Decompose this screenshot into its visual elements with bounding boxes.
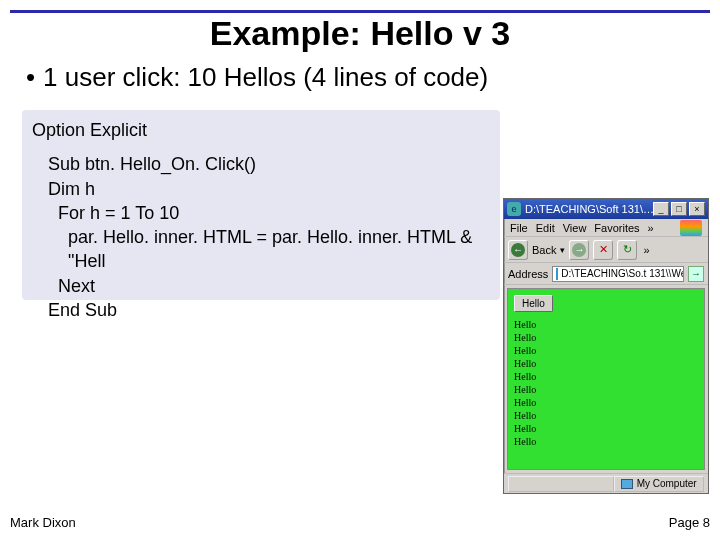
window-titlebar[interactable]: e D:\TEACHING\Soft 131\… _ □ × xyxy=(504,199,708,219)
minimize-button[interactable]: _ xyxy=(653,202,669,216)
output-line: Hello xyxy=(514,422,698,435)
output-line: Hello xyxy=(514,331,698,344)
output-line: Hello xyxy=(514,396,698,409)
browser-window: e D:\TEACHING\Soft 131\… _ □ × File Edit… xyxy=(503,198,709,494)
maximize-button[interactable]: □ xyxy=(671,202,687,216)
bullet-dot: • xyxy=(26,62,35,92)
code-block: Option Explicit Sub btn. Hello_On. Click… xyxy=(22,110,500,300)
ie-icon: e xyxy=(507,202,521,216)
close-button[interactable]: × xyxy=(689,202,705,216)
document-icon xyxy=(556,268,558,280)
title-rule xyxy=(10,10,710,13)
forward-button[interactable]: → xyxy=(569,240,589,260)
code-line: Sub btn. Hello_On. Click() xyxy=(48,152,490,176)
back-button[interactable]: ← xyxy=(508,240,528,260)
code-line: End Sub xyxy=(48,298,490,322)
code-line: Dim h xyxy=(48,177,490,201)
bullet-item: •1 user click: 10 Hellos (4 lines of cod… xyxy=(26,62,488,93)
window-title: D:\TEACHING\Soft 131\… xyxy=(525,203,653,215)
toolbar-more[interactable]: » xyxy=(643,244,649,256)
menu-more[interactable]: » xyxy=(648,222,654,234)
status-bar: My Computer xyxy=(504,473,708,493)
code-line: Option Explicit xyxy=(32,118,490,142)
address-label: Address xyxy=(508,268,548,280)
toolbar: ← Back ▾ → ✕ ↻ » xyxy=(504,237,708,263)
page-viewport: Hello Hello Hello Hello Hello Hello Hell… xyxy=(507,288,705,470)
computer-icon xyxy=(621,479,633,489)
back-chevron-icon[interactable]: ▾ xyxy=(560,245,565,255)
back-label[interactable]: Back xyxy=(532,244,556,256)
menu-bar: File Edit View Favorites » xyxy=(504,219,708,237)
output-line: Hello xyxy=(514,344,698,357)
code-line: For h = 1 To 10 xyxy=(58,201,490,225)
status-right: My Computer xyxy=(614,476,704,492)
menu-file[interactable]: File xyxy=(510,222,528,234)
output-line: Hello xyxy=(514,409,698,422)
refresh-button[interactable]: ↻ xyxy=(617,240,637,260)
menu-favorites[interactable]: Favorites xyxy=(594,222,639,234)
slide: Example: Hello v 3 •1 user click: 10 Hel… xyxy=(0,0,720,540)
hello-button[interactable]: Hello xyxy=(514,295,553,312)
code-line: Next xyxy=(58,274,490,298)
slide-title: Example: Hello v 3 xyxy=(0,14,720,53)
author-footer: Mark Dixon xyxy=(10,515,76,530)
address-input[interactable]: D:\TEACHING\So.t 131\\Week C xyxy=(552,266,684,282)
stop-button[interactable]: ✕ xyxy=(593,240,613,260)
address-bar: Address D:\TEACHING\So.t 131\\Week C → xyxy=(504,263,708,285)
output-line: Hello xyxy=(514,318,698,331)
windows-flag-icon xyxy=(680,220,702,236)
status-left xyxy=(508,476,614,492)
page-number: Page 8 xyxy=(669,515,710,530)
output-line: Hello xyxy=(514,435,698,448)
menu-view[interactable]: View xyxy=(563,222,587,234)
go-button[interactable]: → xyxy=(688,266,704,282)
status-text: My Computer xyxy=(637,478,697,489)
address-value: D:\TEACHING\So.t 131\\Week C xyxy=(561,268,684,279)
menu-edit[interactable]: Edit xyxy=(536,222,555,234)
output-line: Hello xyxy=(514,357,698,370)
bullet-text: 1 user click: 10 Hellos (4 lines of code… xyxy=(43,62,488,92)
output-lines: Hello Hello Hello Hello Hello Hello Hell… xyxy=(514,318,698,448)
output-line: Hello xyxy=(514,383,698,396)
code-line: par. Hello. inner. HTML = par. Hello. in… xyxy=(68,225,490,274)
output-line: Hello xyxy=(514,370,698,383)
